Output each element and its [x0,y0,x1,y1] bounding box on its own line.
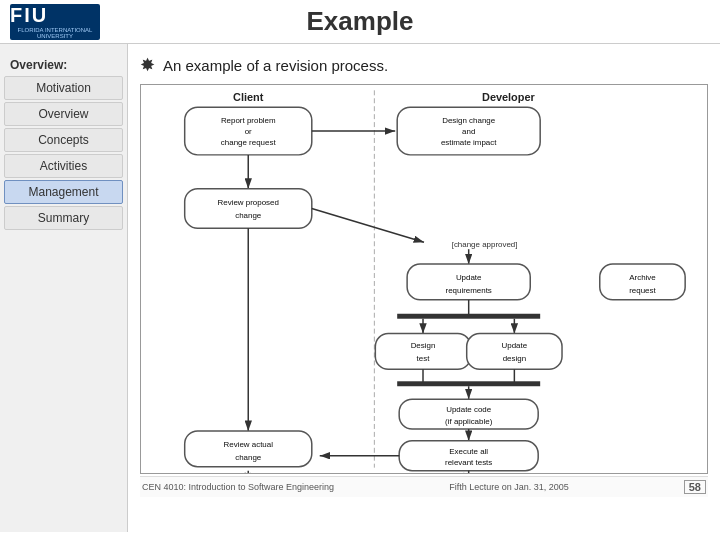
svg-text:Archive: Archive [629,273,656,282]
client-col-label: Client [233,91,264,103]
bullet-icon: ✸ [140,54,155,76]
svg-text:estimate impact: estimate impact [441,138,497,147]
sidebar-item-management[interactable]: Management [4,180,123,204]
sidebar-item-overview[interactable]: Overview [4,102,123,126]
svg-text:Update: Update [502,342,528,351]
svg-text:change: change [235,211,262,220]
svg-rect-105 [185,189,312,229]
sidebar-item-concepts[interactable]: Concepts [4,128,123,152]
diagram-container: Client Developer Report problem or chang… [140,84,708,474]
svg-text:and: and [462,127,475,136]
svg-text:change: change [235,453,262,462]
svg-rect-129 [397,381,540,386]
developer-col-label: Developer [482,91,535,103]
sidebar: Overview: Motivation Overview Concepts A… [0,44,128,532]
svg-text:Execute all: Execute all [449,447,488,456]
footer: CEN 4010: Introduction to Software Engin… [140,476,708,497]
svg-text:test: test [417,354,431,363]
sidebar-item-activities[interactable]: Activities [4,154,123,178]
svg-text:Design change: Design change [442,116,496,125]
bullet-line: ✸ An example of a revision process. [140,54,708,76]
header: FIU FLORIDA INTERNATIONAL UNIVERSITY Exa… [0,0,720,44]
bullet-text: An example of a revision process. [163,57,388,74]
sidebar-item-summary[interactable]: Summary [4,206,123,230]
svg-rect-121 [375,334,470,370]
main-layout: Overview: Motivation Overview Concepts A… [0,44,720,532]
svg-text:Update: Update [456,273,482,282]
svg-text:[change approved]: [change approved] [452,240,518,249]
overview-section-label: Overview: [0,54,127,74]
svg-text:relevant tests: relevant tests [445,458,492,467]
svg-text:design: design [503,354,526,363]
logo-box: FIU FLORIDA INTERNATIONAL UNIVERSITY [10,4,100,40]
sidebar-item-motivation[interactable]: Motivation [4,76,123,100]
logo-text: FIU [10,4,48,26]
page-title: Example [307,6,414,37]
footer-lecture: Fifth Lecture on Jan. 31, 2005 [449,482,569,492]
footer-course: CEN 4010: Introduction to Software Engin… [142,482,334,492]
svg-text:Design: Design [411,342,436,351]
svg-text:or: or [245,127,252,136]
svg-text:Review actual: Review actual [224,440,274,449]
svg-text:Review proposed: Review proposed [218,198,279,207]
svg-text:request: request [629,286,656,295]
svg-text:Report problem: Report problem [221,116,276,125]
svg-rect-124 [467,334,562,370]
content-area: ✸ An example of a revision process. Clie… [128,44,720,532]
logo-area: FIU FLORIDA INTERNATIONAL UNIVERSITY [10,4,100,40]
svg-text:requirements: requirements [446,286,492,295]
svg-text:Update code: Update code [446,405,492,414]
svg-rect-118 [397,314,540,319]
logo-sub: FLORIDA INTERNATIONAL UNIVERSITY [10,27,100,39]
footer-page: 58 [684,480,706,494]
svg-text:change request: change request [221,138,277,147]
svg-text:(if applicable): (if applicable) [445,417,493,426]
